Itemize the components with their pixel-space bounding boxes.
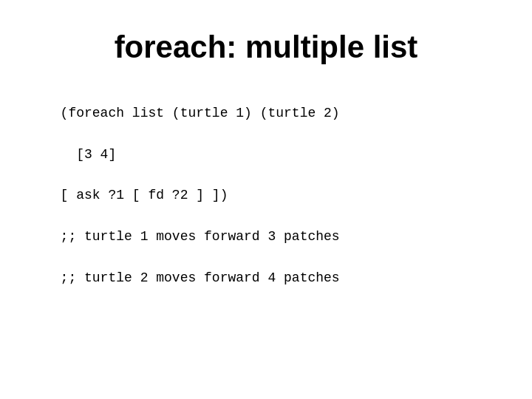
code-line-2: [3 4]: [61, 147, 117, 162]
code-block: (foreach list (turtle 1) (turtle 2) [3 4…: [44, 83, 340, 289]
code-line-3: [ ask ?1 [ fd ?2 ] ]): [61, 188, 228, 202]
code-line-4: ;; turtle 1 moves forward 3 patches: [61, 229, 340, 244]
page-title: foreach: multiple list: [115, 30, 418, 65]
code-line-5: ;; turtle 2 moves forward 4 patches: [61, 270, 340, 285]
code-line-1: (foreach list (turtle 1) (turtle 2): [61, 106, 340, 120]
